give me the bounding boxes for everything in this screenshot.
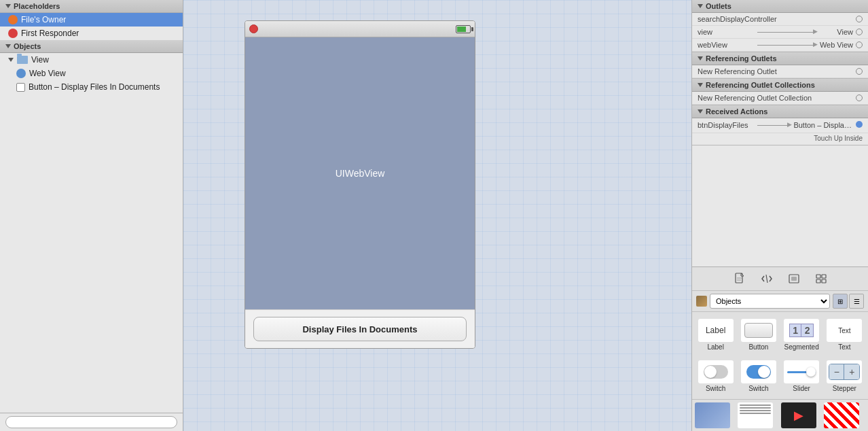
obj-button-visual	[744, 323, 773, 338]
list-view-btn[interactable]: ☰	[849, 294, 864, 309]
thumbnails-row: ▶	[692, 399, 868, 431]
svg-rect-5	[791, 277, 797, 281]
outlet-search-circle[interactable]	[856, 16, 863, 22]
seg-1: 1	[789, 324, 801, 337]
ref-coll-circle[interactable]	[856, 94, 863, 101]
view-toggle: ⊞ ☰	[833, 294, 864, 309]
recv-actions-triangle[interactable]	[698, 109, 703, 114]
webview-label-text: Web View	[29, 69, 66, 78]
left-panel: Placeholders File's Owner First Responde…	[0, 0, 183, 431]
ref-outlet-circle[interactable]	[856, 68, 863, 75]
objects-grid: Label Label Button 1 2 Segmented	[692, 312, 868, 399]
tree-button-item[interactable]: Button – Display Files In Documents	[0, 80, 183, 94]
tree-webview-item[interactable]: Web View	[0, 67, 183, 80]
ref-collections-header: Referencing Outlet Collections	[692, 79, 868, 92]
obj-switch-on-text: Switch	[748, 385, 768, 392]
ref-outlets-header: Referencing Outlets	[692, 52, 868, 65]
received-actions-header: Received Actions	[692, 105, 868, 118]
left-panel-bottom	[0, 413, 183, 431]
placeholders-triangle[interactable]	[5, 4, 11, 8]
obj-segmented[interactable]: 1 2 Segmented	[781, 315, 822, 355]
phone-container: UIWebView Display Files In Documents	[245, 20, 475, 349]
ref-outlet-label: New Referencing Outlet	[698, 67, 777, 75]
outlet-view-arrow	[757, 32, 814, 33]
obj-button-preview	[741, 319, 776, 342]
ref-outlets-triangle[interactable]	[698, 56, 703, 61]
obj-stepper-text: Stepper	[833, 385, 856, 392]
obj-switch-on[interactable]: Switch	[738, 356, 779, 396]
phone-window: UIWebView Display Files In Documents	[245, 20, 475, 349]
display-files-label: Display Files In Documents	[302, 324, 417, 334]
toolbar-icon-code[interactable]	[759, 271, 774, 286]
svg-rect-6	[816, 275, 820, 278]
obj-label-preview: Label	[698, 319, 734, 342]
webview-icon	[16, 69, 26, 78]
obj-switch-on-preview	[741, 360, 776, 383]
obj-slider[interactable]: Slider	[781, 356, 822, 396]
objects-dropdown[interactable]: Objects	[710, 294, 830, 309]
obj-slider-visual	[787, 367, 816, 377]
display-files-button[interactable]: Display Files In Documents	[253, 317, 467, 341]
webview-placeholder-label: UIWebView	[336, 168, 385, 179]
button-icon	[16, 83, 25, 92]
objects-header: Objects	[0, 40, 183, 53]
ref-collections-section: Referencing Outlet Collections New Refer…	[692, 79, 868, 105]
obj-stepper[interactable]: − + Stepper	[824, 356, 865, 396]
obj-switch-off[interactable]: Switch	[695, 356, 736, 396]
received-actions-section: Received Actions btnDisplayFiles Button …	[692, 105, 868, 145]
toolbar-icon-file[interactable]	[732, 271, 747, 286]
outlet-webview-circle[interactable]	[856, 41, 863, 48]
right-panel: Outlets searchDisplayController view Vie…	[691, 0, 868, 431]
obj-segmented-preview: 1 2	[784, 319, 819, 342]
phone-title-bar	[245, 21, 475, 37]
objects-label: Objects	[14, 42, 41, 50]
toolbar-icon-box[interactable]	[786, 271, 801, 286]
first-responder-icon	[8, 29, 18, 38]
placeholders-label: Placeholders	[14, 2, 60, 10]
grid-view-btn[interactable]: ⊞	[833, 294, 848, 309]
video-icon: ▶	[794, 408, 803, 423]
obj-slider-text: Slider	[793, 385, 810, 392]
recv-action-circle[interactable]	[856, 121, 863, 128]
ref-coll-triangle[interactable]	[698, 83, 703, 87]
thumb-1[interactable]	[695, 402, 730, 428]
thumb-4[interactable]	[824, 402, 859, 428]
files-owner-icon	[8, 15, 18, 24]
svg-line-3	[766, 275, 767, 283]
battery-fill	[457, 27, 466, 32]
obj-segmented-visual: 1 2	[789, 324, 814, 337]
view-folder-icon	[17, 56, 28, 64]
obj-stepper-visual: − +	[829, 364, 860, 380]
text-line-1	[740, 404, 771, 406]
main-canvas: UIWebView Display Files In Documents	[183, 0, 691, 431]
objects-triangle[interactable]	[5, 44, 11, 48]
obj-text[interactable]: Text Text	[824, 315, 865, 355]
outlet-view-label: view	[698, 28, 752, 36]
obj-button-text: Button	[748, 343, 768, 351]
phone-bottom: Display Files In Documents	[245, 309, 475, 348]
obj-switch-off-visual	[704, 365, 728, 379]
toolbar-icon-grid[interactable]	[814, 271, 829, 286]
recv-action-label: btnDisplayFiles	[698, 121, 752, 129]
close-button[interactable]	[249, 24, 258, 33]
outlet-webview-label: webView	[698, 41, 752, 49]
obj-text-preview: Text	[827, 319, 862, 342]
outlet-view-circle[interactable]	[856, 29, 863, 35]
battery-icon	[456, 25, 471, 33]
outlet-search-label: searchDisplayController	[698, 15, 777, 23]
obj-button[interactable]: Button	[738, 315, 779, 355]
ref-outlets-section: Referencing Outlets New Referencing Outl…	[692, 52, 868, 79]
text-line-2	[740, 407, 771, 409]
obj-label[interactable]: Label Label	[695, 315, 736, 355]
objects-toolbar: Objects ⊞ ☰ Label Label Button	[692, 266, 868, 431]
svg-rect-9	[822, 279, 826, 283]
files-owner-item[interactable]: File's Owner	[0, 13, 183, 27]
thumb-2[interactable]	[738, 402, 773, 428]
outlet-row-view: view View	[692, 26, 868, 39]
left-search-input[interactable]	[5, 416, 177, 428]
first-responder-item[interactable]: First Responder	[0, 27, 183, 40]
tree-view-item[interactable]: View	[0, 53, 183, 67]
recv-action-row: btnDisplayFiles Button – Displa…	[692, 118, 868, 133]
thumb-3[interactable]: ▶	[781, 402, 816, 428]
outlets-triangle[interactable]	[698, 4, 703, 8]
